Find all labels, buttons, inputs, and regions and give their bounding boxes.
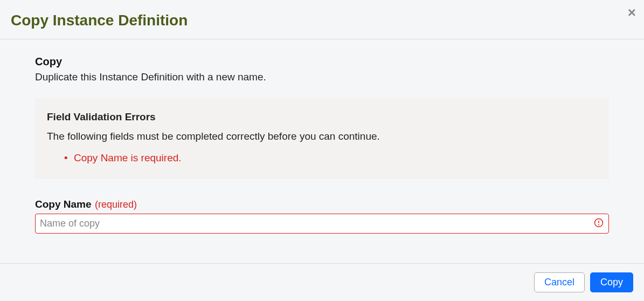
input-wrapper [35,214,609,234]
section-description: Duplicate this Instance Definition with … [35,71,609,83]
copy-name-field-group: Copy Name (required) [35,199,609,234]
validation-title: Field Validation Errors [47,111,597,123]
error-icon [594,218,604,230]
required-marker: (required) [95,199,137,210]
validation-error-item: Copy Name is required. [74,152,597,164]
dialog-header: Copy Instance Definition × [0,0,644,39]
close-icon[interactable]: × [628,5,636,19]
copy-button[interactable]: Copy [590,272,633,292]
validation-error-panel: Field Validation Errors The following fi… [35,98,609,179]
svg-point-2 [599,224,599,225]
copy-instance-dialog: Copy Instance Definition × Copy Duplicat… [0,0,644,301]
copy-name-label: Copy Name [35,199,92,210]
dialog-footer: Cancel Copy [0,263,644,301]
field-label-row: Copy Name (required) [35,199,609,214]
dialog-title: Copy Instance Definition [11,12,188,29]
validation-error-list: Copy Name is required. [47,152,597,164]
dialog-content: Copy Duplicate this Instance Definition … [0,39,644,263]
cancel-button[interactable]: Cancel [534,272,585,292]
validation-message: The following fields must be completed c… [47,131,597,142]
section-title: Copy [35,56,609,68]
copy-name-input[interactable] [35,214,609,234]
